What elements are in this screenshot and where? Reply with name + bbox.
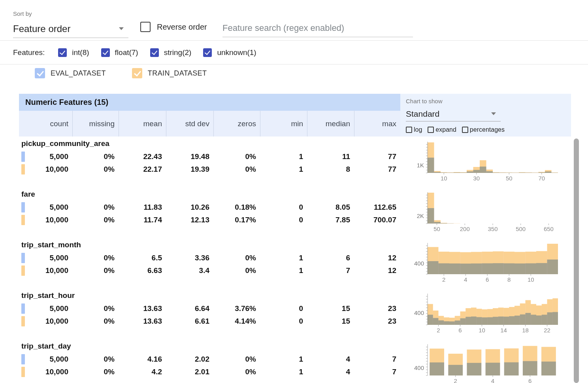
stat-max: 12: [354, 266, 400, 275]
stat-min: 0: [260, 304, 307, 313]
filter-int[interactable]: int(8): [58, 48, 89, 57]
checked-checkbox-icon[interactable]: [150, 48, 159, 57]
checked-checkbox-icon[interactable]: [101, 48, 110, 57]
stat-count: 10,000: [19, 317, 72, 326]
feature-histogram: 400246810: [407, 241, 565, 283]
stat-max: 7: [354, 368, 400, 376]
divider: [0, 64, 588, 64]
stat-zeros: 0%: [213, 165, 260, 174]
table-title: Numeric Features (15): [19, 94, 400, 111]
percentages-label: percentages: [470, 126, 505, 133]
filter-float-label: float(7): [115, 48, 138, 57]
svg-text:400: 400: [414, 364, 424, 371]
stat-mean: 4.2: [119, 368, 166, 376]
stat-missing: 0%: [72, 368, 119, 376]
svg-text:2K: 2K: [417, 212, 424, 219]
svg-text:10: 10: [528, 276, 534, 283]
divider: [0, 40, 588, 41]
feature-histogram: 4002610141822: [407, 291, 565, 333]
reverse-order-label: Reverse order: [157, 23, 207, 32]
train-dataset-swatch: [21, 215, 25, 225]
feature-search: [222, 19, 413, 37]
stat-missing: 0%: [72, 152, 119, 161]
expand-checkbox[interactable]: [428, 127, 434, 133]
stat-mean: 22.17: [119, 165, 166, 174]
chevron-down-icon: [119, 27, 124, 30]
svg-text:8: 8: [507, 276, 511, 283]
eval-dataset-swatch: [21, 354, 25, 364]
stat-median: 4: [307, 368, 354, 376]
eval-dataset-label: EVAL_DATASET: [51, 69, 106, 78]
feature-search-input[interactable]: [222, 19, 413, 37]
svg-text:2: 2: [437, 327, 440, 333]
train-dataset-swatch: [21, 164, 25, 174]
stat-max: 77: [354, 152, 400, 161]
stat-max: 23: [354, 317, 400, 326]
stat-mean: 4.16: [119, 355, 166, 364]
vertical-scrollbar[interactable]: [574, 138, 579, 383]
svg-text:30: 30: [473, 175, 480, 181]
log-checkbox[interactable]: [406, 127, 412, 133]
eval-dataset-swatch: [21, 303, 25, 314]
filter-float[interactable]: float(7): [101, 48, 138, 57]
stat-count: 5,000: [19, 203, 72, 212]
column-header-mean: mean: [119, 111, 166, 137]
stat-mean: 11.74: [119, 216, 166, 224]
eval-dataset-swatch: [21, 202, 25, 212]
feature-histogram: 1K10305070: [407, 139, 565, 181]
stat-missing: 0%: [72, 355, 119, 364]
checked-checkbox-icon[interactable]: [58, 48, 67, 57]
stat-median: 11: [307, 152, 354, 161]
stat-std_dev: 2.01: [166, 368, 213, 376]
stat-zeros: 0%: [213, 152, 260, 161]
stat-min: 1: [260, 368, 307, 376]
svg-text:10: 10: [479, 327, 485, 333]
stat-max: 23: [354, 304, 400, 313]
stat-count: 10,000: [19, 266, 72, 275]
stat-missing: 0%: [72, 216, 119, 224]
stat-max: 112.65: [354, 203, 400, 212]
stat-count: 10,000: [19, 165, 72, 174]
chart-toggles: log expand percentages: [406, 126, 505, 133]
expand-toggle[interactable]: expand: [428, 126, 456, 133]
log-label: log: [414, 126, 422, 133]
dataset-legend: EVAL_DATASET TRAIN_DATASET: [35, 68, 207, 78]
log-toggle[interactable]: log: [406, 126, 422, 133]
checked-checkbox-icon[interactable]: [203, 48, 212, 57]
feature-type-filter-bar: Features: int(8) float(7) string(2) unkn…: [13, 44, 256, 62]
svg-text:4: 4: [464, 276, 467, 283]
svg-text:6: 6: [486, 276, 489, 283]
train-dataset-swatch: [21, 265, 25, 276]
svg-text:50: 50: [506, 175, 513, 181]
reverse-order-control[interactable]: Reverse order: [140, 22, 207, 32]
svg-text:14: 14: [500, 327, 507, 333]
stat-min: 0: [260, 216, 307, 224]
stat-min: 1: [260, 254, 307, 262]
train-dataset-swatch: [21, 316, 25, 326]
filter-unknown[interactable]: unknown(1): [203, 48, 256, 57]
filter-string[interactable]: string(2): [150, 48, 192, 57]
chart-type-select[interactable]: Standard: [406, 106, 501, 121]
stat-missing: 0%: [72, 254, 119, 262]
stat-median: 6: [307, 254, 354, 262]
stat-mean: 13.63: [119, 304, 166, 313]
eval-dataset-toggle[interactable]: EVAL_DATASET: [35, 68, 106, 78]
stat-min: 1: [260, 266, 307, 275]
chart-type-value: Standard: [406, 109, 439, 119]
eval-dataset-checkbox[interactable]: [35, 68, 45, 78]
reverse-order-checkbox[interactable]: [140, 22, 151, 32]
features-filter-title: Features:: [13, 48, 45, 57]
train-dataset-toggle[interactable]: TRAIN_DATASET: [132, 68, 207, 78]
stat-zeros: 4.14%: [213, 317, 260, 326]
train-dataset-label: TRAIN_DATASET: [148, 69, 207, 78]
stat-missing: 0%: [72, 304, 119, 313]
percentages-toggle[interactable]: percentages: [462, 126, 505, 133]
stat-std_dev: 3.4: [166, 266, 213, 275]
expand-label: expand: [435, 126, 456, 133]
train-dataset-checkbox[interactable]: [132, 68, 142, 78]
stat-mean: 6.5: [119, 254, 166, 262]
sort-by-select[interactable]: Feature order: [13, 20, 128, 38]
stat-std_dev: 19.39: [166, 165, 213, 174]
percentages-checkbox[interactable]: [462, 127, 468, 133]
stat-zeros: 0%: [213, 355, 260, 364]
